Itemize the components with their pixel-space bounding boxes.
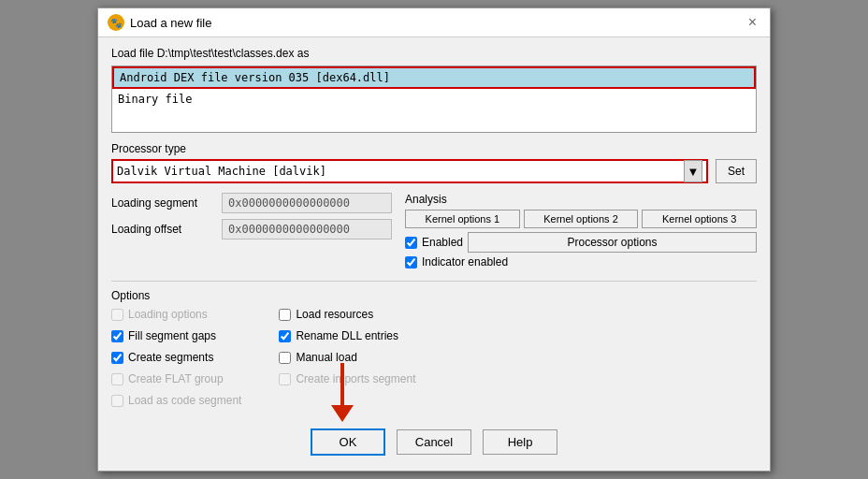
file-type-list: Android DEX file version 035 [dex64.dll]… (111, 65, 757, 133)
option-checkbox-0 (111, 309, 123, 321)
loading-segment-label: Loading segment (111, 196, 214, 210)
option-right-checkbox-3 (279, 373, 291, 385)
indicator-enabled-label: Indicator enabled (422, 255, 508, 269)
processor-row: Dalvik Virtual Machine [dalvik] ▼ Set (111, 159, 757, 183)
processor-select-text: Dalvik Virtual Machine [dalvik] (117, 165, 684, 178)
processor-select[interactable]: Dalvik Virtual Machine [dalvik] ▼ (111, 159, 708, 183)
analysis-enabled-label: Enabled (422, 236, 463, 249)
loading-offset-row: Loading offset (111, 219, 392, 240)
app-icon: 🐾 (108, 14, 124, 31)
option-right-label-1: Rename DLL entries (296, 329, 398, 342)
load-new-file-dialog: 🐾 Load a new file × Load file D:\tmp\tes… (97, 7, 771, 472)
option-right-checkbox-0[interactable] (279, 309, 291, 321)
option-right-checkbox-1[interactable] (279, 330, 291, 342)
options-left-item: Fill segment gaps (111, 329, 241, 342)
form-grid: Loading segment Loading offset Analysis … (111, 193, 757, 271)
kernel-options-1-button[interactable]: Kernel options 1 (405, 210, 520, 228)
left-column: Loading segment Loading offset (111, 193, 392, 271)
title-bar: 🐾 Load a new file × (98, 8, 770, 37)
buttons-row: OK Cancel Help (111, 419, 757, 461)
cancel-button[interactable]: Cancel (397, 429, 471, 455)
analysis-title: Analysis (405, 193, 757, 206)
option-label-3: Create FLAT group (128, 372, 224, 385)
options-left-item: Load as code segment (111, 394, 241, 407)
options-right-item: Manual load (279, 351, 415, 364)
file-option-dex[interactable]: Android DEX file version 035 [dex64.dll] (112, 66, 756, 89)
right-column: Analysis Kernel options 1 Kernel options… (405, 193, 757, 271)
help-button[interactable]: Help (483, 429, 557, 455)
option-checkbox-3 (111, 373, 123, 385)
loading-segment-row: Loading segment (111, 193, 392, 213)
options-left-item: Loading options (111, 308, 241, 321)
indicator-enabled-checkbox[interactable] (405, 256, 417, 269)
option-right-label-0: Load resources (296, 308, 373, 321)
arrow-head (331, 405, 354, 422)
options-grid: Loading optionsFill segment gapsCreate s… (111, 308, 757, 410)
kernel-options-2-button[interactable]: Kernel options 2 (524, 210, 639, 228)
dialog-body: Load file D:\tmp\test\test\classes.dex a… (98, 37, 770, 471)
indicator-enabled-row: Indicator enabled (405, 255, 757, 269)
option-checkbox-4 (111, 395, 123, 407)
option-checkbox-2[interactable] (111, 352, 123, 364)
option-right-label-3: Create imports segment (296, 372, 415, 385)
option-checkbox-1[interactable] (111, 330, 123, 342)
close-button[interactable]: × (745, 15, 760, 30)
loading-offset-input[interactable] (222, 219, 392, 240)
arrow-indicator (331, 363, 354, 422)
dropdown-arrow-icon[interactable]: ▼ (684, 160, 702, 182)
options-right-item: Load resources (279, 308, 415, 321)
options-right-item: Rename DLL entries (279, 329, 415, 342)
load-file-label: Load file D:\tmp\test\test\classes.dex a… (111, 47, 757, 60)
option-label-4: Load as code segment (128, 394, 241, 407)
option-label-0: Loading options (128, 308, 208, 321)
analysis-enabled-checkbox[interactable] (405, 237, 417, 249)
options-title: Options (111, 289, 757, 302)
processor-type-label: Processor type (111, 142, 757, 155)
arrow-line (340, 363, 344, 405)
set-button[interactable]: Set (716, 159, 757, 183)
option-right-label-2: Manual load (296, 351, 356, 364)
title-bar-left: 🐾 Load a new file (108, 14, 211, 31)
processor-options-button[interactable]: Processor options (468, 232, 757, 253)
analysis-enabled-row: Enabled Processor options (405, 232, 757, 253)
loading-offset-label: Loading offset (111, 223, 214, 236)
option-right-checkbox-2[interactable] (279, 352, 291, 364)
kernel-options-3-button[interactable]: Kernel options 3 (642, 210, 757, 228)
options-left-column: Loading optionsFill segment gapsCreate s… (111, 308, 241, 410)
option-label-1: Fill segment gaps (128, 329, 216, 342)
options-section: Options Loading optionsFill segment gaps… (111, 281, 757, 410)
ok-button[interactable]: OK (311, 428, 385, 456)
kernel-buttons-row: Kernel options 1 Kernel options 2 Kernel… (405, 210, 757, 228)
options-left-item: Create FLAT group (111, 372, 241, 385)
options-left-item: Create segments (111, 351, 241, 364)
dialog-title: Load a new file (130, 16, 211, 30)
loading-segment-input[interactable] (222, 193, 392, 213)
file-option-binary[interactable]: Binary file (112, 89, 756, 109)
option-label-2: Create segments (128, 351, 213, 364)
